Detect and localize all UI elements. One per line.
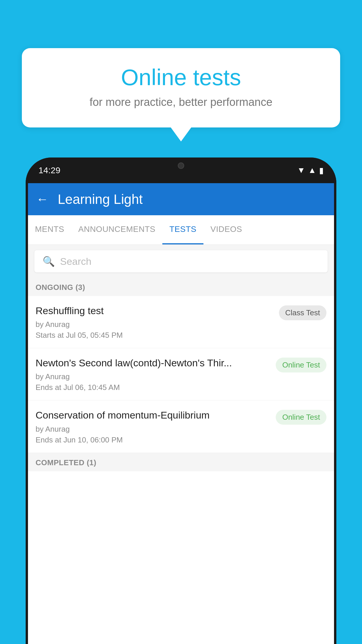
search-placeholder: Search xyxy=(60,256,92,267)
back-button[interactable]: ← xyxy=(36,193,48,205)
tab-tests[interactable]: TESTS xyxy=(162,215,203,244)
completed-label: COMPLETED (1) xyxy=(36,458,96,467)
test-badge-online-2: Online Test xyxy=(276,410,326,425)
status-time: 14:29 xyxy=(38,165,60,175)
test-time: Ends at Jul 06, 10:45 AM xyxy=(36,383,271,392)
test-name: Newton's Second law(contd)-Newton's Thir… xyxy=(36,356,271,369)
test-author: by Anurag xyxy=(36,425,271,434)
search-icon: 🔍 xyxy=(43,256,55,267)
search-bar[interactable]: 🔍 Search xyxy=(34,250,328,272)
test-badge-class: Class Test xyxy=(279,305,326,320)
completed-section-header: COMPLETED (1) xyxy=(28,453,334,471)
test-author: by Anurag xyxy=(36,372,271,381)
test-info: Reshuffling test by Anurag Starts at Jul… xyxy=(36,304,274,340)
test-item[interactable]: Conservation of momentum-Equilibrium by … xyxy=(28,400,334,453)
signal-icon: ▲ xyxy=(308,166,316,175)
speech-bubble-title: Online tests xyxy=(39,64,323,91)
test-time: Starts at Jul 05, 05:45 PM xyxy=(36,331,274,340)
camera-dot xyxy=(178,162,184,169)
search-container: 🔍 Search xyxy=(28,245,334,278)
test-time: Ends at Jun 10, 06:00 PM xyxy=(36,435,271,444)
status-bar: 14:29 ▼ ▲ ▮ xyxy=(26,158,336,183)
tab-announcements[interactable]: ANNOUNCEMENTS xyxy=(71,215,163,244)
tabs-bar: MENTS ANNOUNCEMENTS TESTS VIDEOS xyxy=(28,215,334,245)
test-badge-online: Online Test xyxy=(276,358,326,372)
app-header: ← Learning Light xyxy=(28,183,334,215)
tab-ments[interactable]: MENTS xyxy=(28,215,71,244)
status-icons: ▼ ▲ ▮ xyxy=(297,166,324,175)
test-name: Reshuffling test xyxy=(36,304,274,317)
phone-screen: ← Learning Light MENTS ANNOUNCEMENTS TES… xyxy=(28,183,334,644)
ongoing-section-header: ONGOING (3) xyxy=(28,278,334,296)
speech-bubble: Online tests for more practice, better p… xyxy=(22,48,340,127)
test-author: by Anurag xyxy=(36,320,274,329)
battery-icon: ▮ xyxy=(319,166,324,175)
phone-frame: 14:29 ▼ ▲ ▮ ← Learning Light MENTS ANNOU… xyxy=(26,158,336,644)
test-info: Conservation of momentum-Equilibrium by … xyxy=(36,409,271,444)
speech-bubble-subtitle: for more practice, better performance xyxy=(39,96,323,108)
wifi-icon: ▼ xyxy=(297,166,305,175)
test-item[interactable]: Newton's Second law(contd)-Newton's Thir… xyxy=(28,348,334,400)
app-title: Learning Light xyxy=(58,191,143,207)
test-name: Conservation of momentum-Equilibrium xyxy=(36,409,271,421)
tab-videos[interactable]: VIDEOS xyxy=(203,215,249,244)
test-item[interactable]: Reshuffling test by Anurag Starts at Jul… xyxy=(28,296,334,348)
test-info: Newton's Second law(contd)-Newton's Thir… xyxy=(36,356,271,392)
ongoing-label: ONGOING (3) xyxy=(36,283,85,292)
phone-notch xyxy=(158,158,204,174)
